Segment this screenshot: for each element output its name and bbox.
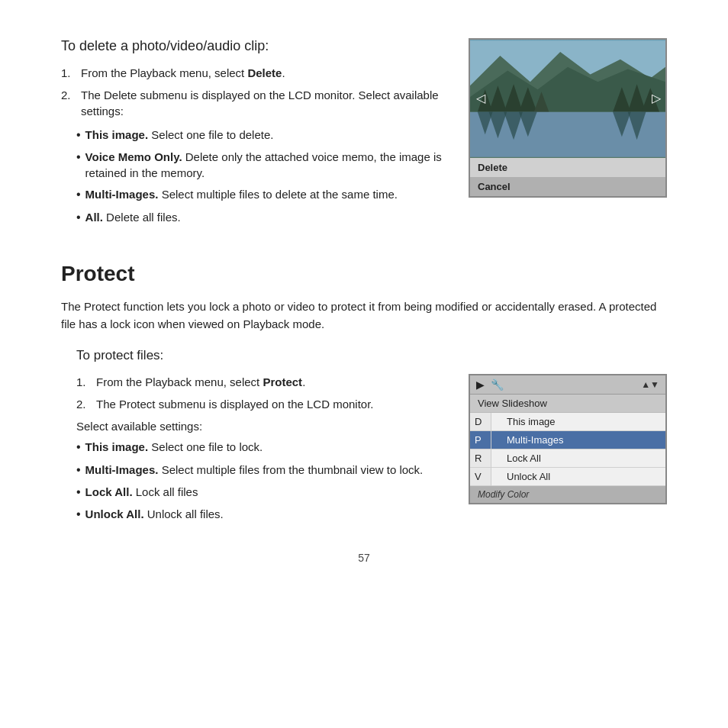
protect-steps: 1. From the Playback menu, select Protec… — [76, 374, 446, 412]
protect-bullet-4: Unlock All. Unlock all files. — [76, 506, 446, 523]
lcd-bottom-bar: Modify Color — [470, 486, 665, 503]
lcd-arrows: ▲▼ — [641, 379, 659, 390]
delete-step1-bold: Delete — [247, 66, 282, 79]
protect-step-1: 1. From the Playback menu, select Protec… — [76, 374, 446, 390]
protect-text: 1. From the Playback menu, select Protec… — [61, 374, 446, 529]
protect-step-2: 2. The Protect submenu is displayed on t… — [76, 396, 446, 412]
settings-icon: 🔧 — [491, 378, 504, 391]
page: To delete a photo/video/audio clip: 1. F… — [0, 0, 728, 602]
lcd-row-v: V — [470, 468, 491, 486]
protect-files-heading: To protect files: — [76, 348, 667, 363]
playback-icon: ▶ — [476, 378, 485, 391]
delete-step2-text: The Delete submenu is displayed on the L… — [81, 87, 446, 119]
lcd-row-p: P — [470, 431, 491, 449]
delete-step-1: 1. From the Playback menu, select Delete… — [61, 65, 446, 81]
protect-bullet-3: Lock All. Lock all files — [76, 484, 446, 501]
lcd-photo-area: ◁ ▷ — [470, 40, 665, 158]
delete-bullet-list: This image. Select one file to delete. V… — [76, 127, 446, 226]
lcd-left-col: D P R V — [470, 413, 491, 486]
lcd-row-r: R — [470, 449, 491, 468]
lcd-sub-items: This image Multi-Images Lock All Unlock … — [491, 413, 665, 486]
protect-intro: The Protect function lets you lock a pho… — [61, 298, 667, 333]
page-number: 57 — [61, 552, 667, 564]
protect-bullet-list: This image. Select one file to lock. Mul… — [76, 439, 446, 523]
lcd-multi-images: Multi-Images — [491, 431, 665, 449]
protect-step2-text: The Protect submenu is displayed on the … — [96, 396, 374, 412]
delete-step-2: 2. The Delete submenu is displayed on th… — [61, 87, 446, 119]
protect-bullet-2: Multi-Images. Select multiple files from… — [76, 462, 446, 478]
delete-text: To delete a photo/video/audio clip: 1. F… — [61, 38, 446, 231]
lcd-cancel-item: Cancel — [470, 177, 665, 196]
svg-text:▷: ▷ — [652, 92, 662, 105]
lcd-protect: ▶ 🔧 ▲▼ View Slideshow D P R V — [469, 374, 667, 504]
protect-bullet-1: This image. Select one file to lock. — [76, 439, 446, 456]
delete-bullet-2: Voice Memo Only. Delete only the attache… — [76, 149, 446, 181]
lcd-delete: ◁ ▷ Delete Cancel — [469, 38, 667, 198]
lcd-lock-all: Lock All — [491, 449, 665, 468]
protect-step1-bold: Protect — [263, 375, 302, 388]
lcd-top-icons: ▶ 🔧 — [476, 378, 504, 391]
delete-section: To delete a photo/video/audio clip: 1. F… — [61, 38, 667, 231]
lcd-row-d: D — [470, 413, 491, 431]
delete-bullet-3: Multi-Images. Select multiple files to d… — [76, 186, 446, 203]
lcd-view-slideshow: View Slideshow — [470, 395, 665, 413]
delete-step1-text: From the Playback menu, select — [81, 66, 244, 79]
delete-bullet-1: This image. Select one file to delete. — [76, 127, 446, 143]
lcd-delete-item: Delete — [470, 158, 665, 177]
lcd-top-bar: ▶ 🔧 ▲▼ — [470, 375, 665, 395]
protect-step1-text: From the Playback menu, select — [96, 375, 259, 388]
select-label: Select available settings: — [76, 420, 446, 433]
lcd-this-image: This image — [491, 413, 665, 431]
svg-text:◁: ◁ — [476, 92, 486, 105]
delete-steps: 1. From the Playback menu, select Delete… — [61, 65, 446, 119]
protect-title: Protect — [61, 262, 667, 286]
protect-content: 1. From the Playback menu, select Protec… — [61, 374, 667, 529]
delete-heading: To delete a photo/video/audio clip: — [61, 38, 446, 54]
landscape-svg: ◁ ▷ — [470, 40, 665, 158]
protect-section: Protect The Protect function lets you lo… — [61, 262, 667, 529]
lcd-unlock-all: Unlock All — [491, 468, 665, 486]
lcd-menu-container: D P R V This image Multi-Images — [470, 413, 665, 486]
delete-bullet-4: All. Delete all files. — [76, 209, 446, 226]
